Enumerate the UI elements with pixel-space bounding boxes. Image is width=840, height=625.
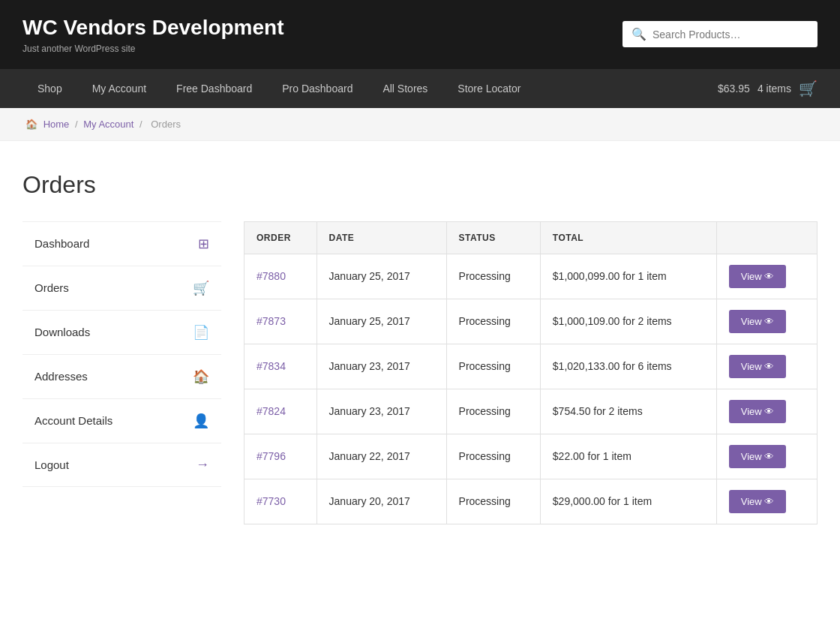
logout-icon: →	[196, 457, 209, 473]
col-status: STATUS	[446, 221, 540, 254]
search-icon: 🔍	[632, 27, 646, 41]
table-row: #7796 January 22, 2017 Processing $22.00…	[244, 434, 818, 479]
sidebar-item-addresses[interactable]: Addresses 🏠	[22, 355, 221, 399]
content-layout: Dashboard ⊞ Orders 🛒 Downloads 📄 Address…	[22, 221, 818, 524]
nav-item-shop[interactable]: Shop	[22, 69, 77, 108]
sidebar-label-account-details: Account Details	[34, 414, 112, 427]
view-order-button[interactable]: View 👁	[729, 400, 787, 423]
col-date: DATE	[316, 221, 446, 254]
sidebar-label-orders: Orders	[34, 281, 69, 294]
nav-cart[interactable]: $63.95 4 items 🛒	[718, 80, 818, 98]
order-id: #7824	[244, 389, 317, 434]
table-row: #7730 January 20, 2017 Processing $29,00…	[244, 479, 818, 524]
search-box: 🔍	[622, 21, 818, 47]
sidebar-item-downloads[interactable]: Downloads 📄	[22, 311, 221, 355]
account-icon: 👤	[193, 413, 209, 429]
breadcrumb-sep-2: /	[140, 119, 145, 130]
nav-item-my-account[interactable]: My Account	[77, 69, 161, 108]
order-id: #7730	[244, 479, 317, 524]
sidebar: Dashboard ⊞ Orders 🛒 Downloads 📄 Address…	[22, 221, 221, 524]
home-icon: 🏠	[26, 119, 38, 130]
order-total: $1,000,109.00 for 2 items	[540, 299, 716, 344]
sidebar-label-dashboard: Dashboard	[34, 237, 89, 250]
order-id: #7796	[244, 434, 317, 479]
order-link[interactable]: #7834	[256, 360, 286, 372]
sidebar-label-logout: Logout	[34, 458, 69, 471]
order-action: View 👁	[716, 434, 817, 479]
table-row: #7873 January 25, 2017 Processing $1,000…	[244, 299, 818, 344]
breadcrumb-home[interactable]: Home	[44, 119, 70, 130]
search-input[interactable]	[652, 29, 808, 41]
nav-links: Shop My Account Free Dashboard Pro Dashb…	[22, 69, 536, 108]
sidebar-item-logout[interactable]: Logout →	[22, 443, 221, 487]
orders-table: ORDER DATE STATUS TOTAL #7880 January 25…	[244, 221, 818, 524]
order-link[interactable]: #7824	[256, 405, 286, 417]
site-title: WC Vendors Development	[22, 15, 284, 41]
order-status: Processing	[446, 389, 540, 434]
order-total: $754.50 for 2 items	[540, 389, 716, 434]
view-order-button[interactable]: View 👁	[729, 490, 787, 513]
order-date: January 20, 2017	[316, 479, 446, 524]
view-order-button[interactable]: View 👁	[729, 310, 787, 333]
order-action: View 👁	[716, 389, 817, 434]
sidebar-item-account-details[interactable]: Account Details 👤	[22, 399, 221, 443]
order-action: View 👁	[716, 299, 817, 344]
breadcrumb: 🏠 Home / My Account / Orders	[0, 108, 840, 141]
order-status: Processing	[446, 344, 540, 389]
order-action: View 👁	[716, 254, 817, 299]
site-tagline: Just another WordPress site	[22, 44, 284, 54]
nav-item-pro-dashboard[interactable]: Pro Dashboard	[267, 69, 368, 108]
col-order: ORDER	[244, 221, 317, 254]
orders-icon: 🛒	[193, 280, 209, 296]
order-date: January 23, 2017	[316, 344, 446, 389]
order-total: $22.00 for 1 item	[540, 434, 716, 479]
site-branding: WC Vendors Development Just another Word…	[22, 15, 284, 54]
order-total: $29,000.00 for 1 item	[540, 479, 716, 524]
orders-section: ORDER DATE STATUS TOTAL #7880 January 25…	[244, 221, 818, 524]
col-total: TOTAL	[540, 221, 716, 254]
view-order-button[interactable]: View 👁	[729, 445, 787, 468]
breadcrumb-sep-1: /	[75, 119, 80, 130]
order-date: January 25, 2017	[316, 299, 446, 344]
order-date: January 25, 2017	[316, 254, 446, 299]
site-nav: Shop My Account Free Dashboard Pro Dashb…	[0, 69, 840, 108]
order-status: Processing	[446, 299, 540, 344]
order-id: #7880	[244, 254, 317, 299]
page-title: Orders	[22, 171, 818, 199]
order-id: #7873	[244, 299, 317, 344]
order-link[interactable]: #7796	[256, 450, 286, 462]
col-action	[716, 221, 817, 254]
table-row: #7834 January 23, 2017 Processing $1,020…	[244, 344, 818, 389]
order-date: January 23, 2017	[316, 389, 446, 434]
sidebar-item-orders[interactable]: Orders 🛒	[22, 266, 221, 311]
order-link[interactable]: #7873	[256, 315, 286, 327]
breadcrumb-my-account[interactable]: My Account	[83, 119, 134, 130]
order-action: View 👁	[716, 344, 817, 389]
view-order-button[interactable]: View 👁	[729, 265, 787, 288]
nav-item-store-locator[interactable]: Store Locator	[442, 69, 536, 108]
order-action: View 👁	[716, 479, 817, 524]
order-status: Processing	[446, 254, 540, 299]
order-id: #7834	[244, 344, 317, 389]
table-header-row: ORDER DATE STATUS TOTAL	[244, 221, 818, 254]
addresses-icon: 🏠	[193, 368, 209, 385]
nav-item-free-dashboard[interactable]: Free Dashboard	[161, 69, 267, 108]
nav-item-all-stores[interactable]: All Stores	[368, 69, 442, 108]
order-total: $1,020,133.00 for 6 items	[540, 344, 716, 389]
downloads-icon: 📄	[193, 324, 209, 341]
sidebar-item-dashboard[interactable]: Dashboard ⊞	[22, 221, 221, 266]
order-total: $1,000,099.00 for 1 item	[540, 254, 716, 299]
sidebar-label-downloads: Downloads	[34, 326, 90, 338]
order-link[interactable]: #7730	[256, 495, 286, 507]
order-date: January 22, 2017	[316, 434, 446, 479]
cart-icon: 🛒	[799, 80, 818, 98]
order-status: Processing	[446, 434, 540, 479]
table-row: #7824 January 23, 2017 Processing $754.5…	[244, 389, 818, 434]
main-content: Orders Dashboard ⊞ Orders 🛒 Downloads 📄 …	[0, 141, 840, 554]
order-link[interactable]: #7880	[256, 270, 286, 282]
view-order-button[interactable]: View 👁	[729, 355, 787, 378]
cart-amount: $63.95	[718, 83, 750, 95]
order-status: Processing	[446, 479, 540, 524]
sidebar-label-addresses: Addresses	[34, 370, 88, 383]
table-row: #7880 January 25, 2017 Processing $1,000…	[244, 254, 818, 299]
